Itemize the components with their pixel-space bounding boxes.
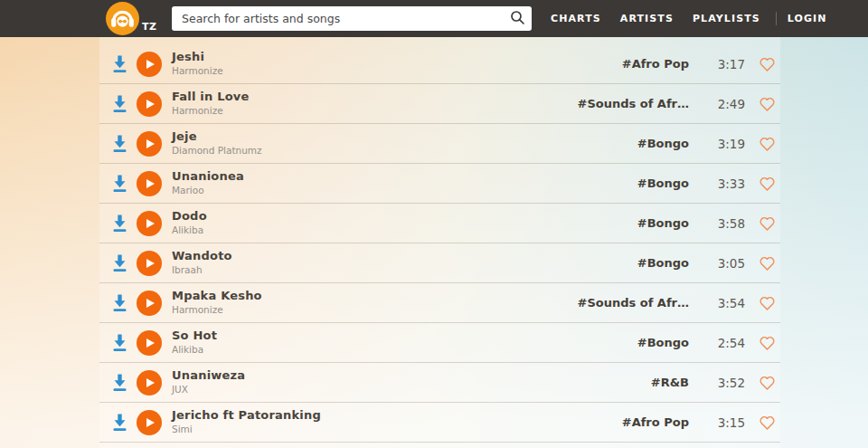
- play-button[interactable]: [137, 131, 162, 157]
- favorite-button[interactable]: [759, 176, 776, 192]
- download-icon: [111, 338, 128, 356]
- download-icon: [111, 60, 128, 77]
- play-button[interactable]: [137, 171, 162, 196]
- song-artist[interactable]: Harmonize: [172, 106, 249, 117]
- song-right-group: #Bongo 3:05: [637, 255, 780, 272]
- favorite-button[interactable]: [759, 96, 776, 112]
- download-button[interactable]: [111, 134, 128, 153]
- heart-icon: [759, 59, 776, 76]
- play-icon: [146, 219, 155, 228]
- heart-icon: [759, 377, 776, 395]
- song-meta: Jericho ft Patoranking Simi: [172, 409, 321, 434]
- song-row: Unanionea Marioo #Bongo 3:33: [99, 164, 780, 204]
- song-genre-tag[interactable]: #R&B: [651, 376, 689, 389]
- song-genre-tag[interactable]: #Bongo: [637, 256, 689, 270]
- download-icon: [111, 418, 128, 435]
- song-title[interactable]: Unanionea: [172, 170, 244, 184]
- download-button[interactable]: [111, 253, 128, 272]
- song-meta: Unaniweza JUX: [172, 369, 245, 395]
- nav-divider: [776, 12, 777, 25]
- song-artist[interactable]: Diamond Platnumz: [172, 146, 262, 157]
- favorite-button[interactable]: [759, 415, 776, 431]
- song-title[interactable]: Unaniweza: [172, 369, 245, 383]
- nav-link-playlists[interactable]: PLAYLISTS: [693, 13, 760, 24]
- play-button[interactable]: [137, 370, 162, 396]
- song-title[interactable]: Dodo: [172, 210, 207, 224]
- song-genre-tag[interactable]: #Afro Pop: [622, 415, 689, 429]
- play-button[interactable]: [137, 291, 162, 316]
- download-icon: [111, 100, 128, 117]
- play-button[interactable]: [137, 251, 162, 276]
- song-title[interactable]: Wandoto: [172, 250, 232, 263]
- search-bar: [172, 6, 532, 31]
- song-genre-tag[interactable]: #Bongo: [637, 336, 689, 349]
- song-title[interactable]: Jeje: [172, 130, 262, 144]
- headphones-logo-icon: [106, 22, 139, 39]
- song-genre-tag[interactable]: #Sounds of Afr…: [577, 296, 689, 310]
- song-artist[interactable]: JUX: [172, 385, 245, 396]
- play-icon: [146, 259, 155, 268]
- song-right-group: #Afro Pop 3:17: [622, 56, 780, 72]
- song-right-group: #Bongo 3:58: [637, 215, 780, 232]
- song-right-group: #Sounds of Afr… 3:54: [577, 295, 780, 311]
- song-meta: Jeje Diamond Platnumz: [172, 130, 262, 156]
- song-genre-tag[interactable]: #Sounds of Afr…: [577, 97, 689, 110]
- play-button[interactable]: [137, 211, 162, 236]
- song-artist[interactable]: Alikiba: [172, 225, 207, 236]
- song-row: Jeshi Harmonize #Afro Pop 3:17: [99, 44, 780, 84]
- search-button[interactable]: [503, 6, 532, 31]
- favorite-button[interactable]: [759, 215, 776, 232]
- heart-icon: [759, 298, 776, 315]
- song-title[interactable]: Jeshi: [172, 51, 223, 64]
- favorite-button[interactable]: [759, 255, 776, 272]
- download-button[interactable]: [111, 54, 128, 73]
- song-artist[interactable]: Harmonize: [172, 305, 262, 316]
- song-artist[interactable]: Ibraah: [172, 265, 232, 276]
- download-icon: [111, 378, 128, 396]
- song-title[interactable]: Mpaka Kesho: [172, 290, 262, 303]
- play-button[interactable]: [137, 410, 162, 435]
- nav-link-artists[interactable]: ARTISTS: [620, 13, 674, 24]
- search-input[interactable]: [172, 12, 503, 25]
- download-button[interactable]: [111, 174, 128, 193]
- play-icon: [146, 338, 155, 348]
- download-button[interactable]: [111, 413, 128, 432]
- song-duration: 3:15: [702, 415, 745, 430]
- favorite-button[interactable]: [759, 375, 776, 391]
- song-artist[interactable]: Marioo: [172, 186, 244, 196]
- song-genre-tag[interactable]: #Afro Pop: [622, 57, 689, 71]
- heart-icon: [759, 178, 776, 195]
- song-genre-tag[interactable]: #Bongo: [637, 137, 689, 150]
- song-title[interactable]: Fall in Love: [172, 91, 249, 104]
- play-button[interactable]: [137, 52, 162, 77]
- song-artist[interactable]: Alikiba: [172, 345, 217, 356]
- song-right-group: #Bongo 3:19: [637, 136, 780, 152]
- download-button[interactable]: [111, 214, 128, 233]
- download-button[interactable]: [111, 333, 128, 352]
- download-button[interactable]: [111, 373, 128, 392]
- song-right-group: #R&B 3:52: [651, 375, 780, 391]
- song-title[interactable]: So Hot: [172, 329, 217, 343]
- song-title[interactable]: Jericho ft Patoranking: [172, 409, 321, 423]
- play-button[interactable]: [137, 330, 162, 356]
- download-button[interactable]: [111, 94, 128, 113]
- heart-icon: [759, 417, 776, 434]
- favorite-button[interactable]: [759, 136, 776, 152]
- download-icon: [111, 179, 128, 196]
- song-duration: 3:58: [702, 216, 745, 231]
- app-logo[interactable]: [106, 2, 139, 35]
- favorite-button[interactable]: [759, 56, 776, 72]
- song-genre-tag[interactable]: #Bongo: [637, 176, 689, 190]
- song-genre-tag[interactable]: #Bongo: [637, 216, 689, 230]
- song-artist[interactable]: Simi: [172, 424, 321, 435]
- play-icon: [146, 418, 155, 427]
- favorite-button[interactable]: [759, 335, 776, 351]
- download-button[interactable]: [111, 293, 128, 312]
- song-artist[interactable]: Harmonize: [172, 66, 223, 77]
- nav-link-charts[interactable]: CHARTS: [551, 13, 601, 24]
- favorite-button[interactable]: [759, 295, 776, 311]
- play-button[interactable]: [137, 91, 162, 117]
- song-row: Wandoto Ibraah #Bongo 3:05: [99, 243, 780, 283]
- song-duration: 2:54: [702, 336, 745, 350]
- nav-link-login[interactable]: LOGIN: [788, 13, 827, 24]
